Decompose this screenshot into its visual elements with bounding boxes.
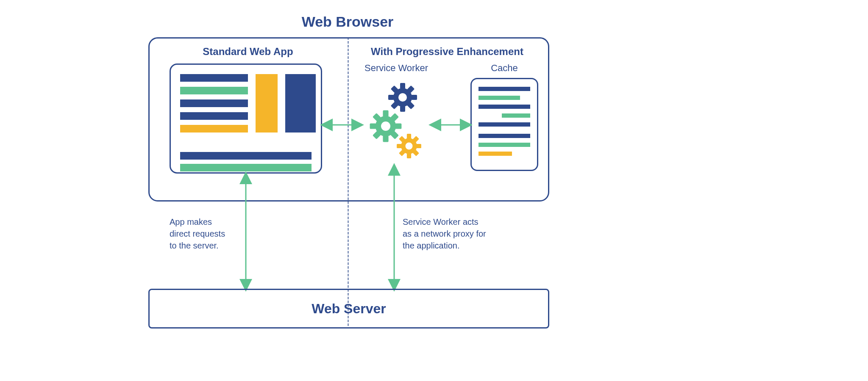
standard-app-heading: Standard Web App bbox=[157, 46, 339, 58]
cache-card bbox=[470, 78, 538, 171]
service-worker-label: Service Worker bbox=[356, 63, 437, 74]
browser-title: Web Browser bbox=[148, 14, 547, 30]
server-title: Web Server bbox=[312, 301, 386, 317]
server-container: Web Server bbox=[148, 289, 549, 329]
gear-icon bbox=[388, 83, 417, 112]
gear-icon bbox=[370, 110, 402, 142]
service-worker-caption: Service Worker actsas a network proxy fo… bbox=[403, 216, 530, 251]
progressive-enhancement-heading: With Progressive Enhancement bbox=[356, 46, 538, 58]
arrow-app-to-sw bbox=[323, 121, 361, 129]
arrow-sw-to-cache bbox=[431, 121, 470, 129]
gear-icon bbox=[397, 134, 421, 158]
standard-app-caption: App makesdirect requeststo the server. bbox=[170, 216, 280, 251]
section-divider bbox=[348, 37, 349, 326]
arrow-sw-to-server bbox=[390, 166, 398, 289]
service-worker-gears bbox=[362, 80, 432, 165]
cache-label: Cache bbox=[470, 63, 538, 74]
standard-app-card bbox=[170, 64, 322, 174]
